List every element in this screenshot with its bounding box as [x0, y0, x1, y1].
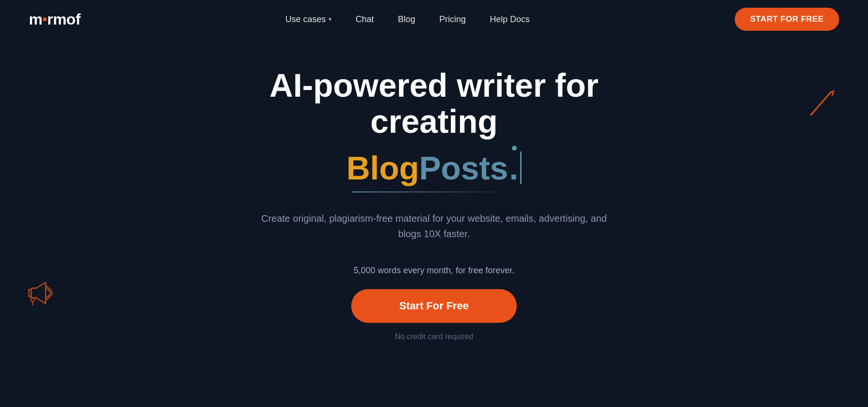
nav-links: Use cases ▾ Chat Blog Pricing Help Docs — [285, 14, 530, 25]
nav-pricing[interactable]: Pricing — [439, 14, 466, 25]
hero-title: AI-powered writer for creating — [217, 67, 651, 140]
cursor-dot — [512, 146, 517, 151]
chevron-down-icon: ▾ — [329, 16, 332, 23]
hero-cta-button[interactable]: Start For Free — [351, 289, 517, 323]
chat-label: Chat — [356, 14, 374, 24]
hero-section: AI-powered writer for creating Blog Post… — [0, 38, 868, 360]
nav-chat[interactable]: Chat — [356, 14, 374, 25]
logo-text: mrmof — [29, 11, 80, 28]
help-docs-label: Help Docs — [490, 14, 530, 24]
navbar: mrmof Use cases ▾ Chat Blog Pricing — [0, 0, 868, 38]
animated-text: Blog Posts . — [346, 149, 522, 187]
cursor-blink — [520, 152, 522, 184]
pricing-label: Pricing — [439, 14, 466, 24]
blog-word: Blog — [346, 149, 419, 187]
subtitle-underline — [352, 191, 516, 192]
navbar-cta-button[interactable]: START FOR FREE — [735, 8, 839, 31]
logo-dot — [43, 17, 47, 21]
period: . — [509, 149, 518, 187]
words-offer: 5,000 words every month, for free foreve… — [354, 266, 514, 276]
use-cases-label: Use cases — [285, 14, 326, 25]
pencil-icon — [805, 87, 839, 120]
hero-description: Create original, plagiarism-free materia… — [254, 211, 614, 242]
svg-line-1 — [811, 112, 814, 115]
blog-label: Blog — [398, 14, 415, 24]
nav-blog[interactable]: Blog — [398, 14, 415, 25]
megaphone-icon — [24, 274, 63, 312]
logo[interactable]: mrmof — [29, 11, 80, 28]
no-credit-text: No credit card required — [395, 332, 473, 341]
nav-help-docs[interactable]: Help Docs — [490, 14, 530, 25]
nav-use-cases[interactable]: Use cases ▾ — [285, 14, 332, 25]
hero-subtitle-line: Blog Posts . — [346, 149, 522, 187]
posts-word: Posts — [419, 149, 508, 187]
